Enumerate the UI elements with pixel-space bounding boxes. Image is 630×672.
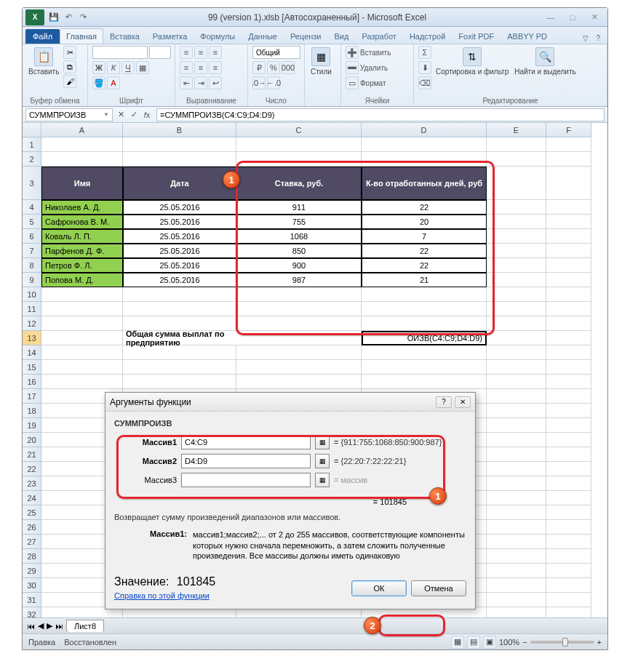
table-cell[interactable]: 755 <box>236 215 362 229</box>
table-cell[interactable]: Попова М. Д. <box>41 273 123 287</box>
ribbon-minimize-icon[interactable]: ▽ <box>580 33 591 44</box>
th-name[interactable]: Имя <box>41 167 123 200</box>
row-header[interactable]: 17 <box>23 389 41 404</box>
dialog-title-bar[interactable]: Аргументы функции ? ✕ <box>105 393 475 412</box>
table-cell[interactable]: 850 <box>236 244 362 258</box>
row-header[interactable]: 9 <box>23 273 41 287</box>
table-cell[interactable]: 25.05.2016 <box>123 229 236 244</box>
wrap-icon[interactable]: ↩ <box>209 76 222 89</box>
refedit-icon[interactable]: ▦ <box>315 454 330 468</box>
col-header[interactable]: E <box>487 123 546 137</box>
arg2-input[interactable] <box>181 454 311 468</box>
tab-developer[interactable]: Разработ <box>355 28 402 44</box>
name-box[interactable]: СУММПРОИЗВ▼ <box>25 108 113 121</box>
row-header[interactable]: 26 <box>23 520 41 535</box>
row-header[interactable]: 21 <box>23 447 41 462</box>
table-cell[interactable]: 21 <box>362 273 487 287</box>
indent-dec-icon[interactable]: ⇤ <box>180 76 193 89</box>
row-header[interactable]: 14 <box>23 345 41 360</box>
help-link[interactable]: Справка по этой функции <box>114 591 210 600</box>
format-painter-icon[interactable]: 🖌 <box>63 75 76 88</box>
tab-view[interactable]: Вид <box>328 28 356 44</box>
find-select-button[interactable]: 🔍Найти и выделить <box>513 46 577 77</box>
tab-foxit[interactable]: Foxit PDF <box>452 28 501 44</box>
row-header[interactable]: 7 <box>23 244 41 258</box>
row-header[interactable]: 22 <box>23 462 41 476</box>
autosum-icon[interactable]: Σ <box>418 46 431 59</box>
view-normal-icon[interactable]: ▦ <box>451 636 464 649</box>
insert-cells-icon[interactable]: ➕ <box>346 46 359 59</box>
sheet-nav-next-icon[interactable]: ▶ <box>47 621 52 631</box>
fill-icon[interactable]: ⬇ <box>418 61 431 74</box>
table-cell[interactable]: Коваль Л. П. <box>41 229 123 244</box>
col-header[interactable]: F <box>546 123 591 137</box>
fx-icon[interactable]: fx <box>140 108 153 121</box>
sheet-nav-last-icon[interactable]: ⏭ <box>55 622 63 631</box>
cancel-button[interactable]: Отмена <box>411 580 466 596</box>
bold-icon[interactable]: Ж <box>92 61 105 74</box>
table-cell[interactable]: 25.05.2016 <box>123 258 236 273</box>
row-header[interactable]: 18 <box>23 404 41 418</box>
align-top-icon[interactable]: ≡ <box>180 46 193 59</box>
fill-color-icon[interactable]: 🪣 <box>92 76 105 89</box>
redo-icon[interactable]: ↷ <box>76 11 89 24</box>
row-header[interactable]: 6 <box>23 229 41 244</box>
border-icon[interactable]: ▦ <box>136 61 149 74</box>
th-rate[interactable]: Ставка, руб. <box>236 167 362 200</box>
formula-input[interactable]: =СУММПРОИЗВ(C4:C9;D4:D9) <box>156 108 605 121</box>
row-header[interactable]: 5 <box>23 215 41 229</box>
accept-formula-icon[interactable]: ✓ <box>127 108 140 121</box>
help-icon[interactable]: ? <box>593 33 603 44</box>
row-header[interactable]: 15 <box>23 360 41 375</box>
sheet-nav-prev-icon[interactable]: ◀ <box>38 621 44 631</box>
col-header[interactable]: C <box>236 123 362 137</box>
underline-icon[interactable]: Ч <box>121 61 135 74</box>
align-bot-icon[interactable]: ≡ <box>209 46 222 59</box>
row-header[interactable]: 27 <box>23 535 41 549</box>
col-header[interactable]: D <box>362 123 487 137</box>
minimize-button[interactable]: — <box>541 11 561 24</box>
font-color-icon[interactable]: A <box>107 76 120 89</box>
align-left-icon[interactable]: ≡ <box>180 61 193 74</box>
indent-inc-icon[interactable]: ⇥ <box>194 76 207 89</box>
table-cell[interactable]: 1068 <box>236 229 362 244</box>
refedit-icon[interactable]: ▦ <box>315 435 330 449</box>
clear-icon[interactable]: ⌫ <box>418 76 431 89</box>
italic-icon[interactable]: К <box>107 61 120 74</box>
row-header[interactable]: 13 <box>23 331 41 345</box>
sheet-tab[interactable]: Лист8 <box>66 620 104 632</box>
active-cell[interactable]: ОИЗВ(C4:C9;D4:D9) <box>362 331 487 345</box>
arg1-input[interactable] <box>181 435 311 449</box>
col-header[interactable]: A <box>41 123 123 137</box>
col-header[interactable]: B <box>123 123 236 137</box>
total-label[interactable]: Общая сумма выплат по предприятию <box>123 331 236 345</box>
tab-abbyy[interactable]: ABBYY PD <box>501 28 554 44</box>
tab-layout[interactable]: Разметка <box>146 28 194 44</box>
table-cell[interactable]: 25.05.2016 <box>123 244 236 258</box>
align-right-icon[interactable]: ≡ <box>209 61 222 74</box>
dec-decimal-icon[interactable]: ←.0 <box>267 76 280 89</box>
row-header[interactable]: 11 <box>23 302 41 316</box>
maximize-button[interactable]: □ <box>562 11 583 24</box>
row-header[interactable]: 12 <box>23 316 41 331</box>
font-combo[interactable] <box>92 46 148 59</box>
tab-review[interactable]: Рецензи <box>284 28 328 44</box>
row-header[interactable]: 10 <box>23 287 41 302</box>
zoom-in-icon[interactable]: + <box>597 638 602 647</box>
view-layout-icon[interactable]: ▤ <box>467 636 480 649</box>
sort-filter-button[interactable]: ⇅Сортировка и фильтр <box>434 46 510 77</box>
table-cell[interactable]: 20 <box>362 215 487 229</box>
file-tab[interactable]: Файл <box>25 29 60 44</box>
save-icon[interactable]: 💾 <box>47 11 60 24</box>
refedit-icon[interactable]: ▦ <box>315 473 330 487</box>
row-header[interactable]: 29 <box>23 564 41 578</box>
undo-icon[interactable]: ↶ <box>62 11 75 24</box>
row-header[interactable]: 4 <box>23 200 41 215</box>
row-header[interactable]: 30 <box>23 578 41 593</box>
table-cell[interactable]: 25.05.2016 <box>123 200 236 215</box>
paste-button[interactable]: 📋 Вставить <box>27 46 60 77</box>
ok-button[interactable]: ОК <box>351 580 407 596</box>
table-cell[interactable]: Парфенов Д. Ф. <box>41 244 123 258</box>
zoom-slider[interactable] <box>530 641 594 644</box>
th-date[interactable]: Дата <box>123 167 236 200</box>
